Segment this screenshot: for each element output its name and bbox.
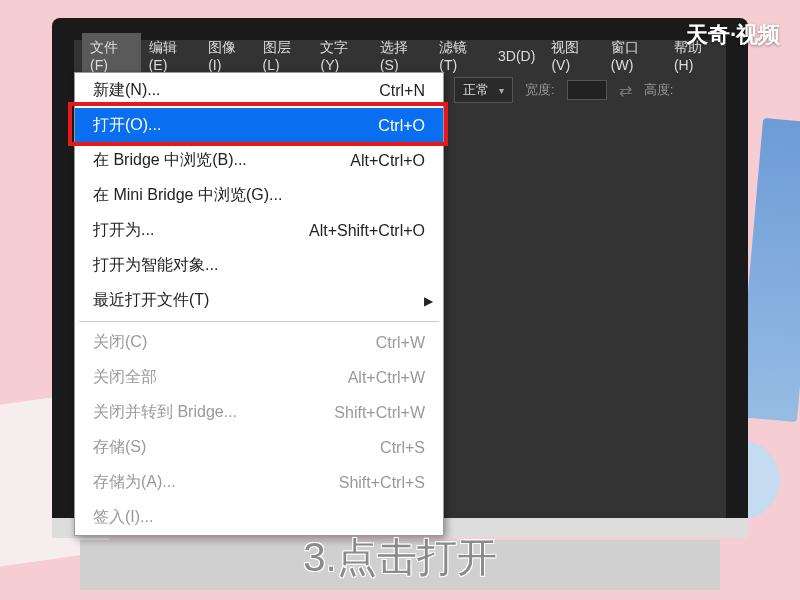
monitor-frame: 文件(F)编辑(E)图像(I)图层(L)文字(Y)选择(S)滤镜(T)3D(D)… xyxy=(52,18,748,538)
file-menu-item-10: 关闭并转到 Bridge...Shift+Ctrl+W xyxy=(75,395,443,430)
menu-item-label: 签入(I)... xyxy=(93,507,153,528)
menu-7[interactable]: 3D(D) xyxy=(490,42,543,70)
menu-9[interactable]: 窗口(W) xyxy=(603,33,666,79)
file-menu-item-8: 关闭(C)Ctrl+W xyxy=(75,325,443,360)
menubar: 文件(F)编辑(E)图像(I)图层(L)文字(Y)选择(S)滤镜(T)3D(D)… xyxy=(74,40,726,72)
menu-item-label: 在 Bridge 中浏览(B)... xyxy=(93,150,247,171)
menu-item-shortcut: Ctrl+W xyxy=(376,334,425,352)
file-menu-item-2[interactable]: 在 Bridge 中浏览(B)...Alt+Ctrl+O xyxy=(75,143,443,178)
menu-8[interactable]: 视图(V) xyxy=(543,33,602,79)
menu-item-label: 在 Mini Bridge 中浏览(G)... xyxy=(93,185,282,206)
menu-item-shortcut: Shift+Ctrl+S xyxy=(339,474,425,492)
menu-item-label: 存储(S) xyxy=(93,437,146,458)
menu-separator xyxy=(79,321,439,322)
menu-item-shortcut: Alt+Shift+Ctrl+O xyxy=(309,222,425,240)
watermark: 天奇·视频 xyxy=(686,20,780,50)
file-menu-item-11: 存储(S)Ctrl+S xyxy=(75,430,443,465)
menu-item-shortcut: Alt+Ctrl+O xyxy=(350,152,425,170)
tutorial-caption: 3.点击打开 xyxy=(0,530,800,585)
menu-item-shortcut: Shift+Ctrl+W xyxy=(334,404,425,422)
menu-item-shortcut: Alt+Ctrl+W xyxy=(348,369,425,387)
submenu-arrow-icon: ▶ xyxy=(424,294,433,308)
menu-item-label: 新建(N)... xyxy=(93,80,161,101)
menu-item-label: 关闭(C) xyxy=(93,332,147,353)
file-menu-dropdown: 新建(N)...Ctrl+N打开(O)...Ctrl+O在 Bridge 中浏览… xyxy=(74,72,444,536)
menu-item-shortcut: Ctrl+O xyxy=(378,117,425,135)
menu-item-label: 最近打开文件(T) xyxy=(93,290,209,311)
file-menu-item-4[interactable]: 打开为...Alt+Shift+Ctrl+O xyxy=(75,213,443,248)
file-menu-item-5[interactable]: 打开为智能对象... xyxy=(75,248,443,283)
menu-item-label: 关闭并转到 Bridge... xyxy=(93,402,237,423)
menu-item-label: 打开为智能对象... xyxy=(93,255,218,276)
file-menu-item-9: 关闭全部Alt+Ctrl+W xyxy=(75,360,443,395)
menu-item-label: 打开为... xyxy=(93,220,154,241)
file-menu-item-3[interactable]: 在 Mini Bridge 中浏览(G)... xyxy=(75,178,443,213)
menu-item-shortcut: Ctrl+S xyxy=(380,439,425,457)
height-label: 高度: xyxy=(644,81,674,99)
file-menu-item-1[interactable]: 打开(O)...Ctrl+O xyxy=(75,108,443,143)
menu-item-label: 关闭全部 xyxy=(93,367,157,388)
swap-icon[interactable]: ⇄ xyxy=(619,81,632,100)
menu-item-label: 存储为(A)... xyxy=(93,472,176,493)
menu-item-shortcut: Ctrl+N xyxy=(379,82,425,100)
file-menu-item-0[interactable]: 新建(N)...Ctrl+N xyxy=(75,73,443,108)
blend-mode-value: 正常 xyxy=(463,81,489,99)
menu-item-label: 打开(O)... xyxy=(93,115,161,136)
width-label: 宽度: xyxy=(525,81,555,99)
width-input[interactable] xyxy=(567,80,607,100)
app-window: 文件(F)编辑(E)图像(I)图层(L)文字(Y)选择(S)滤镜(T)3D(D)… xyxy=(74,40,726,518)
file-menu-item-12: 存储为(A)...Shift+Ctrl+S xyxy=(75,465,443,500)
file-menu-item-6[interactable]: 最近打开文件(T)▶ xyxy=(75,283,443,318)
blend-mode-dropdown[interactable]: 正常 xyxy=(454,77,513,103)
